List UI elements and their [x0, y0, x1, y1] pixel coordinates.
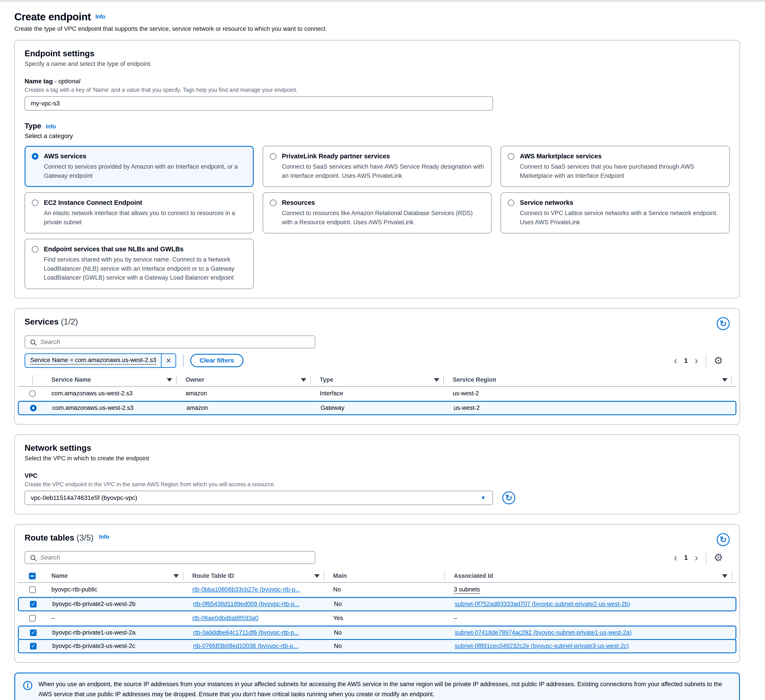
endpoint-settings-desc: Specify a name and select the type of en…: [25, 61, 730, 67]
filter-column-icon[interactable]: [722, 574, 727, 578]
services-table-header: Service Name Owner Type Service Region: [18, 374, 737, 387]
page-subtitle: Create the type of VPC endpoint that sup…: [14, 25, 740, 32]
type-label: Type Info: [25, 122, 730, 130]
route-tables-page-number[interactable]: 1: [684, 554, 688, 561]
network-settings-card: Network settings Select the VPC in which…: [14, 435, 740, 515]
network-settings-desc: Select the VPC in which to create the en…: [25, 455, 730, 462]
type-prompt: Select a category: [25, 132, 730, 140]
refresh-icon: ↻: [719, 319, 727, 328]
route-table-row-private1-selected[interactable]: byovpc-rtb-private1-us-west-2a rtb-0a9dd…: [18, 626, 737, 640]
route-tables-search-input[interactable]: [25, 551, 315, 564]
row-checkbox-checked[interactable]: [30, 601, 37, 607]
radio-icon[interactable]: [29, 390, 36, 397]
endpoint-settings-title: Endpoint settings: [25, 49, 94, 58]
services-search-input[interactable]: [25, 336, 315, 348]
next-page-icon[interactable]: ›: [694, 355, 698, 366]
next-page-icon[interactable]: ›: [694, 552, 698, 563]
radio-icon[interactable]: [508, 153, 515, 160]
filter-column-icon[interactable]: [173, 574, 179, 578]
row-checkbox-checked[interactable]: [30, 643, 37, 650]
vpc-refresh-button[interactable]: ↻: [502, 491, 515, 504]
route-tables-title: Route tables (3/5) Info: [25, 533, 109, 543]
services-refresh-button[interactable]: ↻: [717, 317, 730, 330]
route-tables-info-link[interactable]: Info: [99, 534, 109, 540]
radio-selected-icon[interactable]: [32, 153, 38, 160]
route-table-id-link[interactable]: rtb-0f65438d1199ed009 (byovpc-rtb-p...: [193, 601, 299, 607]
type-info-link[interactable]: Info: [46, 123, 56, 130]
services-count: (1/2): [61, 317, 78, 326]
route-table-id-link[interactable]: rtb-0a9ddbe64c1711df6 (byovpc-rtb-p...: [193, 629, 299, 636]
vertical-divider: [706, 551, 706, 564]
service-name-filter-chip[interactable]: Service Name = com.amazonaws.us-west-2.s…: [25, 353, 176, 368]
chevron-down-icon: ▼: [480, 495, 486, 501]
type-option-grid: AWS services Connect to services provide…: [25, 146, 730, 289]
services-title: Services (1/2): [25, 317, 78, 326]
route-table-row-public[interactable]: byovpc-rtb-public rtb-0bba10806b33cb27e …: [18, 583, 737, 597]
window-top-edge: [0, 0, 765, 2]
alert-text: When you use an endpoint, the source IP …: [38, 679, 732, 700]
route-table-id-link[interactable]: rtb-06ae0dbd6a88593a0: [192, 615, 258, 622]
type-option-ec2-instance-connect[interactable]: EC2 Instance Connect Endpoint An elastic…: [25, 192, 254, 234]
radio-icon[interactable]: [32, 246, 38, 253]
service-row-interface[interactable]: com.amazonaws.us-west-2.s3 amazon Interf…: [18, 387, 737, 401]
page-info-link[interactable]: Info: [96, 13, 105, 20]
route-table-row-private2-selected[interactable]: byovpc-rtb-private2-us-west-2b rtb-0f654…: [18, 597, 737, 611]
route-tables-count: (3/5): [76, 533, 93, 542]
subnets-popover-trigger[interactable]: 3 subnets: [454, 586, 480, 594]
info-icon: [23, 681, 33, 691]
filter-column-icon[interactable]: [167, 378, 172, 382]
route-table-row-private3-selected[interactable]: byovpc-rtb-private3-us-west-2c rtb-076fd…: [18, 639, 737, 653]
page-title: Create endpointInfo: [14, 11, 740, 23]
name-tag-hint: Creates a tag with a key of 'Name' and a…: [25, 87, 730, 93]
filter-column-icon[interactable]: [434, 378, 439, 382]
radio-icon[interactable]: [270, 199, 277, 206]
associated-subnet-link[interactable]: subnet-0f891cec049232c2e (byovpc-subnet-…: [455, 643, 629, 649]
route-tables-pagination: ‹ 1 › ⚙: [674, 551, 723, 564]
radio-selected-icon[interactable]: [30, 405, 37, 411]
filter-chip-dismiss-button[interactable]: ✕: [161, 354, 175, 367]
vertical-divider: [183, 354, 184, 367]
radio-icon[interactable]: [32, 199, 38, 206]
previous-page-icon[interactable]: ‹: [674, 552, 677, 563]
filter-column-icon[interactable]: [722, 378, 727, 382]
refresh-icon: ↻: [719, 535, 727, 545]
service-row-gateway-selected[interactable]: com.amazonaws.us-west-2.s3 amazon Gatewa…: [18, 401, 737, 415]
vertical-divider: [706, 354, 706, 367]
radio-icon[interactable]: [508, 199, 515, 206]
route-table-row-main[interactable]: – rtb-06ae0dbd6a88593a0 Yes –: [18, 611, 737, 626]
type-option-service-networks[interactable]: Service networks Connect to VPC Lattice …: [501, 192, 730, 234]
row-checkbox[interactable]: [29, 615, 36, 622]
select-all-checkbox-indeterminate[interactable]: [29, 573, 36, 579]
vpc-hint: Create the VPC endpoint in the VPC in th…: [25, 481, 730, 488]
filter-column-icon[interactable]: [314, 574, 320, 578]
type-option-aws-services[interactable]: AWS services Connect to services provide…: [25, 146, 254, 187]
route-table-id-link[interactable]: rtb-0bba10806b33cb27e (byovpc-rtb-p...: [192, 586, 300, 593]
gear-icon[interactable]: ⚙: [714, 355, 723, 366]
vpc-select[interactable]: vpc-0eb11514a74631e5f (byovpc-vpc) ▼: [25, 491, 493, 505]
route-tables-refresh-button[interactable]: ↻: [717, 533, 730, 546]
services-search[interactable]: [25, 336, 315, 348]
route-tables-table-header: Name Route Table ID Main Associated Id: [18, 570, 737, 583]
type-option-resources[interactable]: Resources Connect to resources like Amaz…: [263, 192, 492, 234]
clear-filters-button[interactable]: Clear filters: [190, 354, 244, 367]
vpc-label: VPC: [25, 472, 730, 479]
associated-subnet-link[interactable]: subnet-0f752ad83333ad707 (byovpc-subnet-…: [455, 601, 630, 607]
row-checkbox[interactable]: [29, 586, 36, 593]
gear-icon[interactable]: ⚙: [714, 552, 723, 563]
services-page-number[interactable]: 1: [684, 357, 688, 364]
type-option-privatelink-partner[interactable]: PrivateLink Ready partner services Conne…: [263, 146, 492, 187]
associated-subnet-link[interactable]: subnet-07418de78974ac292 (byovpc-subnet-…: [455, 629, 631, 636]
name-tag-input[interactable]: [25, 96, 493, 111]
search-icon: [30, 339, 37, 346]
previous-page-icon[interactable]: ‹: [674, 355, 677, 366]
row-checkbox-checked[interactable]: [30, 629, 37, 636]
filter-column-icon[interactable]: [301, 378, 306, 382]
services-filter-row: Service Name = com.amazonaws.us-west-2.s…: [25, 353, 730, 368]
type-option-marketplace[interactable]: AWS Marketplace services Connect to SaaS…: [501, 146, 730, 187]
route-tables-card: Route tables (3/5) Info ↻ ‹ 1 › ⚙ Name: [14, 524, 740, 663]
route-table-id-link[interactable]: rtb-076fdf3b08ed10036 (byovpc-rtb-p...: [193, 643, 298, 649]
route-tables-search[interactable]: [25, 551, 315, 564]
type-option-nlb-gwlb[interactable]: Endpoint services that use NLBs and GWLB…: [25, 239, 254, 289]
radio-icon[interactable]: [270, 153, 277, 160]
services-pagination: ‹ 1 › ⚙: [674, 354, 723, 367]
